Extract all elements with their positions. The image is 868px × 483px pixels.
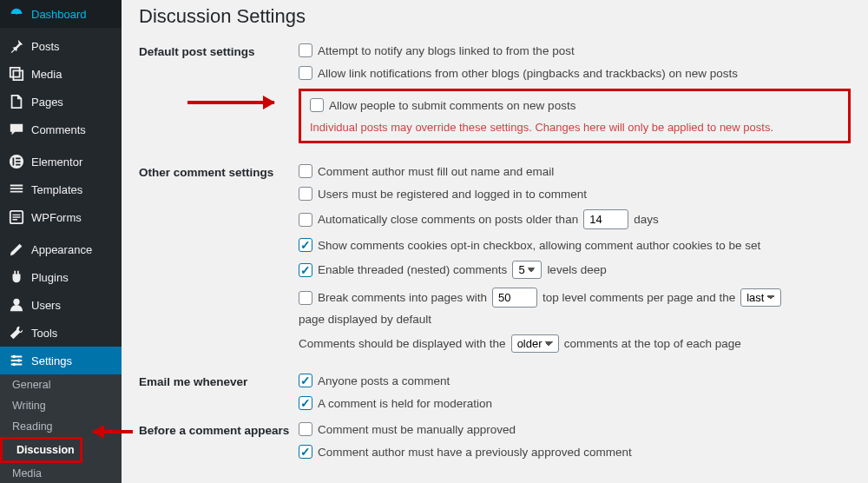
main-content: Discussion Settings Default post setting…: [122, 0, 868, 483]
checkbox-threaded[interactable]: [299, 263, 312, 277]
sidebar-item-label: Tools: [31, 327, 57, 340]
dashboard-icon: [9, 6, 24, 22]
sidebar-item-label: WPForms: [31, 211, 82, 224]
sidebar-item-label: Elementor: [31, 155, 82, 169]
label-cookies-optin: Show comments cookies opt-in checkbox, a…: [318, 239, 760, 252]
highlight-allow-comments: Allow people to submit comments on new p…: [299, 89, 851, 143]
pages-icon: [9, 94, 24, 109]
label-threaded-a: Enable threaded (nested) comments: [318, 263, 507, 276]
sidebar-sub-writing[interactable]: Writing: [0, 395, 122, 416]
label-email-held: A comment is held for moderation: [318, 397, 492, 410]
label-auto-close-a: Automatically close comments on posts ol…: [318, 213, 578, 226]
comments-icon: [9, 122, 24, 137]
select-comment-order[interactable]: older: [511, 334, 559, 353]
section-heading-other-comment: Other comment settings: [139, 164, 299, 179]
input-per-page[interactable]: [492, 288, 537, 308]
label-auto-close-b: days: [634, 213, 659, 226]
label-paginate-c: page displayed by default: [299, 313, 431, 326]
appearance-icon: [9, 242, 24, 257]
sidebar-item-media[interactable]: Media: [0, 60, 122, 88]
sidebar-submenu-settings: General Writing Reading Discussion Media…: [0, 374, 122, 483]
label-require-name-email: Comment author must fill out name and em…: [318, 165, 554, 178]
select-thread-depth[interactable]: 5: [512, 261, 542, 279]
sidebar-item-label: Comments: [31, 123, 86, 136]
admin-sidebar: Dashboard Posts Media Pages Comments Ele…: [0, 0, 122, 483]
sidebar-item-wpforms[interactable]: WPForms: [0, 203, 122, 231]
svg-point-6: [13, 299, 19, 305]
section-heading-email-me: Email me whenever: [139, 374, 299, 388]
checkbox-email-held[interactable]: [299, 396, 312, 410]
checkbox-auto-close[interactable]: [299, 213, 312, 227]
elementor-icon: [9, 154, 24, 169]
sidebar-sub-media[interactable]: Media: [0, 463, 122, 483]
label-paginate-b: top level comments per page and the: [542, 291, 735, 304]
sidebar-item-users[interactable]: Users: [0, 291, 122, 319]
sidebar-item-settings[interactable]: Settings: [0, 347, 122, 374]
svg-rect-4: [16, 164, 20, 166]
sidebar-item-label: Media: [31, 68, 62, 81]
wpforms-icon: [9, 209, 24, 225]
label-threaded-b: levels deep: [547, 263, 606, 276]
tools-icon: [9, 325, 24, 341]
sidebar-item-label: Dashboard: [31, 8, 87, 21]
label-require-login: Users must be registered and logged in t…: [318, 188, 587, 201]
sidebar-sub-reading[interactable]: Reading: [0, 416, 122, 437]
sidebar-item-posts[interactable]: Posts: [0, 32, 122, 60]
sidebar-item-label: Templates: [31, 183, 82, 196]
checkbox-allow-pingbacks[interactable]: [299, 66, 312, 80]
label-prev-approved: Comment author must have a previously ap…: [318, 446, 632, 459]
checkbox-prev-approved[interactable]: [299, 445, 312, 459]
sidebar-item-templates[interactable]: Templates: [0, 175, 122, 203]
sidebar-item-comments[interactable]: Comments: [0, 116, 122, 143]
settings-icon: [9, 353, 24, 368]
label-order-a: Comments should be displayed with the: [299, 337, 506, 350]
desc-default-post: Individual posts may override these sett…: [310, 121, 839, 134]
checkbox-allow-comments[interactable]: [310, 98, 324, 112]
pin-icon: [9, 38, 24, 54]
sidebar-item-label: Users: [31, 299, 61, 312]
label-allow-comments: Allow people to submit comments on new p…: [329, 99, 575, 112]
label-allow-pingbacks: Allow link notifications from other blog…: [318, 67, 738, 80]
sidebar-item-pages[interactable]: Pages: [0, 88, 122, 116]
input-days-old[interactable]: [583, 209, 628, 229]
users-icon: [9, 297, 24, 313]
checkbox-require-login[interactable]: [299, 187, 312, 201]
label-paginate-a: Break comments into pages with: [318, 291, 487, 304]
svg-rect-1: [13, 158, 15, 166]
svg-point-9: [13, 363, 16, 367]
section-heading-default-post: Default post settings: [139, 43, 299, 58]
sidebar-item-label: Settings: [31, 354, 72, 367]
sidebar-item-label: Appearance: [31, 243, 92, 256]
checkbox-require-name-email[interactable]: [299, 164, 312, 178]
checkbox-manual-approve[interactable]: [299, 422, 312, 436]
label-order-b: comments at the top of each page: [564, 337, 741, 350]
sidebar-item-label: Plugins: [31, 271, 69, 284]
label-manual-approve: Comment must be manually approved: [318, 423, 516, 436]
plugins-icon: [9, 269, 24, 285]
templates-icon: [9, 182, 24, 197]
sidebar-item-dashboard[interactable]: Dashboard: [0, 0, 122, 28]
label-email-anyone-posts: Anyone posts a comment: [318, 374, 450, 387]
section-heading-before-appears: Before a comment appears: [139, 422, 299, 437]
sidebar-item-label: Pages: [31, 96, 63, 109]
checkbox-email-anyone-posts[interactable]: [299, 374, 312, 387]
page-title: Discussion Settings: [139, 5, 851, 28]
sidebar-item-plugins[interactable]: Plugins: [0, 263, 122, 291]
svg-point-7: [13, 355, 16, 359]
label-notify-blogs: Attempt to notify any blogs linked to fr…: [318, 44, 575, 57]
checkbox-cookies-optin[interactable]: [299, 238, 312, 252]
checkbox-notify-blogs[interactable]: [299, 43, 312, 57]
svg-rect-3: [16, 161, 20, 162]
sidebar-sub-general[interactable]: General: [0, 374, 122, 395]
sidebar-item-label: Posts: [31, 40, 60, 53]
select-default-page[interactable]: last: [740, 288, 781, 307]
svg-point-8: [17, 359, 21, 362]
checkbox-paginate[interactable]: [299, 291, 312, 305]
sidebar-item-tools[interactable]: Tools: [0, 319, 122, 347]
sidebar-item-appearance[interactable]: Appearance: [0, 235, 122, 263]
sidebar-sub-discussion[interactable]: Discussion: [4, 440, 75, 460]
svg-rect-2: [16, 158, 20, 160]
media-icon: [9, 66, 24, 82]
sidebar-item-elementor[interactable]: Elementor: [0, 148, 122, 175]
